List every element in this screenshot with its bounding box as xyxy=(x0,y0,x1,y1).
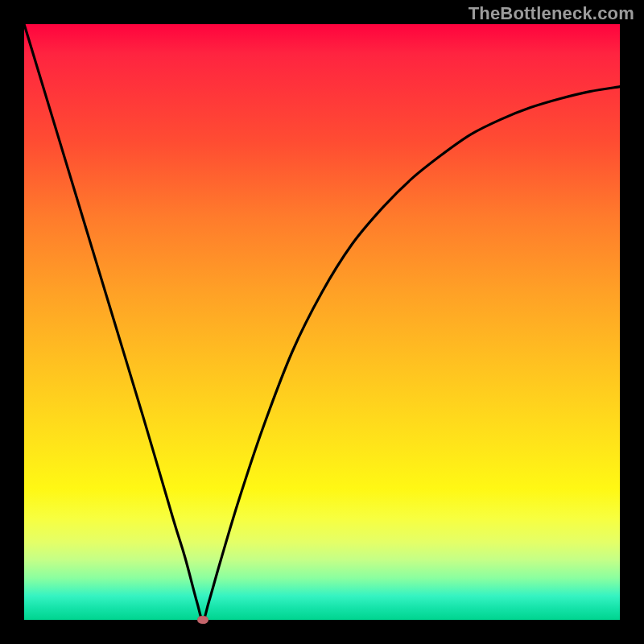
curve-layer xyxy=(24,24,620,620)
minimum-point-marker xyxy=(197,616,208,624)
plot-gradient-background xyxy=(24,24,620,620)
watermark-text: TheBottleneck.com xyxy=(469,3,634,24)
figure: TheBottleneck.com xyxy=(0,0,644,644)
bottleneck-curve xyxy=(24,24,620,620)
